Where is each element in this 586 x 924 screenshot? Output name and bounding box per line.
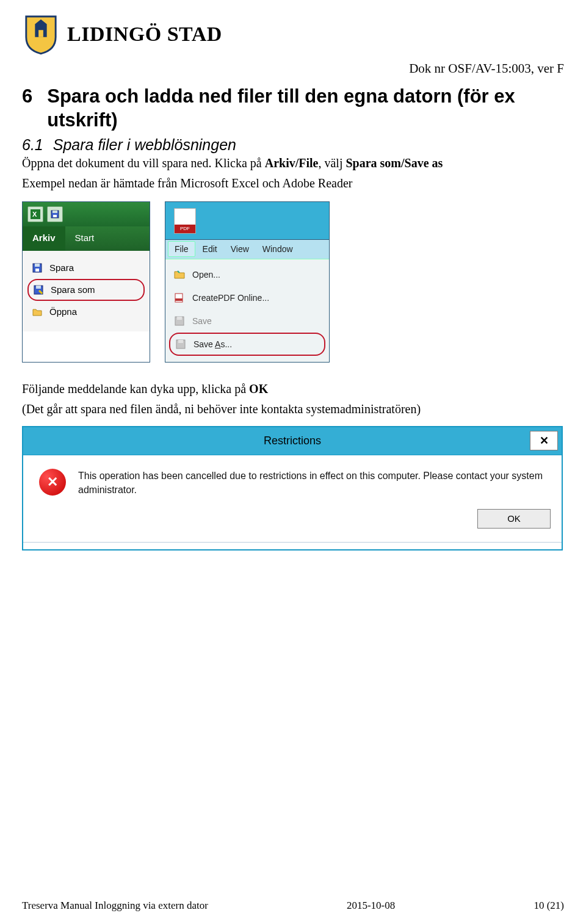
paragraph-2: Exempel nedan är hämtade från Microsoft … (22, 175, 564, 192)
excel-menu-spara[interactable]: Spara (27, 257, 145, 279)
error-icon: ✕ (39, 469, 66, 496)
svg-rect-8 (35, 269, 39, 272)
dialog-message: This operation has been cancelled due to… (78, 469, 546, 497)
svg-rect-7 (35, 264, 40, 267)
reader-menu-file[interactable]: File (168, 241, 195, 257)
reader-save-as-label: Save As... (194, 339, 232, 349)
svg-rect-10 (36, 286, 41, 289)
pdf-file-icon: PDF (174, 208, 196, 234)
excel-file-menu: Spara Spara som Öppna (23, 251, 150, 331)
excel-tab-arkiv[interactable]: Arkiv (23, 226, 65, 251)
excel-tab-start[interactable]: Start (65, 226, 104, 251)
close-icon: ✕ (540, 434, 549, 447)
restrictions-dialog: Restrictions ✕ ✕ This operation has been… (22, 426, 563, 550)
svg-text:X: X (32, 211, 37, 218)
dialog-titlebar: Restrictions ✕ (23, 427, 562, 455)
excel-screenshot: X Arkiv Start Spara (22, 201, 150, 363)
dialog-ok-button[interactable]: OK (477, 509, 551, 529)
excel-ribbon-tabs: Arkiv Start (23, 226, 150, 251)
svg-rect-14 (177, 317, 182, 320)
folder-open-icon (173, 268, 186, 281)
dialog-close-button[interactable]: ✕ (530, 431, 558, 450)
paragraph-3-line1: Följande meddelande kan dyka upp, klicka… (22, 381, 564, 397)
save-icon (31, 262, 43, 274)
folder-open-icon (31, 306, 43, 318)
page-header: LIDINGÖ STAD (22, 12, 564, 56)
subsection-title: Spara filer i webblösningen (53, 136, 236, 154)
reader-menu-save-as[interactable]: Save As... (169, 333, 325, 356)
reader-menu-window[interactable]: Window (256, 242, 299, 256)
section-number: 6 (22, 85, 32, 132)
reader-menu-edit[interactable]: Edit (197, 242, 223, 256)
dialog-title-text: Restrictions (264, 435, 321, 447)
section-title: Spara och ladda ned filer till den egna … (47, 85, 564, 132)
excel-app-icon: X (27, 206, 43, 222)
create-pdf-icon (173, 291, 186, 305)
footer-left: Treserva Manual Inloggning via extern da… (22, 900, 208, 912)
reader-menu-save: Save (169, 309, 325, 333)
footer-center: 2015-10-08 (347, 900, 395, 912)
footer-right: 10 (21) (534, 900, 564, 912)
save-as-icon (32, 284, 45, 296)
city-crest-logo (22, 12, 60, 56)
dialog-button-row: OK (23, 505, 562, 542)
excel-menu-spara-som[interactable]: Spara som (27, 279, 145, 301)
document-reference: Dok nr OSF/AV-15:003, ver F (22, 61, 564, 76)
section-heading: 6 Spara och ladda ned filer till den egn… (22, 85, 564, 132)
subsection-heading: 6.1 Spara filer i webblösningen (22, 136, 564, 154)
paragraph-1: Öppna det dokument du vill spara ned. Kl… (22, 155, 564, 171)
save-icon (173, 314, 186, 328)
svg-rect-4 (52, 211, 57, 213)
paragraph-3-line2: (Det går att spara ned filen ändå, ni be… (22, 401, 564, 417)
svg-rect-5 (53, 215, 57, 217)
screenshot-row: X Arkiv Start Spara (22, 201, 564, 363)
brand-name: LIDINGÖ STAD (67, 23, 222, 46)
excel-quick-access-toolbar: X (23, 202, 150, 226)
page-footer: Treserva Manual Inloggning via extern da… (22, 900, 564, 912)
reader-menu-view[interactable]: View (225, 242, 255, 256)
excel-menu-oppna[interactable]: Öppna (27, 301, 145, 323)
reader-menu-open[interactable]: Open... (169, 263, 325, 286)
reader-menu-createpdf[interactable]: CreatePDF Online... (169, 286, 325, 309)
svg-rect-16 (178, 340, 183, 343)
save-icon (47, 206, 63, 222)
svg-rect-12 (175, 298, 183, 301)
subsection-number: 6.1 (22, 136, 43, 154)
reader-menubar: File Edit View Window (165, 240, 329, 259)
dialog-body: ✕ This operation has been cancelled due … (23, 455, 562, 505)
reader-titlebar: PDF (165, 202, 329, 240)
svg-rect-0 (38, 30, 43, 37)
reader-file-dropdown: Open... CreatePDF Online... Save (165, 259, 329, 362)
dialog-footer-strip (23, 542, 562, 549)
adobe-reader-screenshot: PDF File Edit View Window Open... (165, 201, 330, 363)
save-as-icon (174, 337, 187, 351)
